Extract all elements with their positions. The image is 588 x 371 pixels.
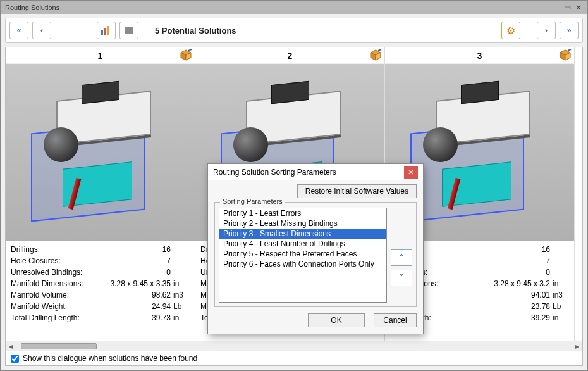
priority-item[interactable]: Priority 6 - Faces with Connection Ports… [219,259,386,269]
svg-line-15 [568,49,571,51]
sorting-parameters-group: Sorting Parameters Priority 1 - Least Er… [214,202,417,307]
priority-listbox[interactable]: Priority 1 - Least ErrorsPriority 2 - Le… [219,208,387,303]
stat-unit: in3 [553,289,569,301]
reorder-controls: ˄ ˅ [391,208,412,303]
scroll-thumb[interactable] [21,343,97,349]
first-button[interactable]: « [9,22,28,39]
chevron-down-icon: ˅ [400,274,403,282]
stop-button[interactable] [119,22,138,39]
dialog-titlebar[interactable]: Routing Solution Sorting Parameters ✕ [208,164,423,180]
stat-value: 98.62 [98,289,173,301]
dialog-body: Restore Initial Software Values Sorting … [208,180,423,310]
chevron-left-icon: ‹ [40,26,43,35]
priority-item[interactable]: Priority 1 - Least Errors [219,208,386,218]
svg-rect-0 [101,30,103,35]
show-dialog-label[interactable]: Show this dialogue when solutions have b… [23,354,197,363]
chevron-up-icon: ˄ [400,253,403,262]
stat-label: Hole Closures: [11,255,98,267]
model-viewport[interactable] [6,64,195,241]
dialog-title: Routing Solution Sorting Parameters [213,168,336,177]
stat-label: Unresolved Bindings: [11,267,98,278]
move-up-button[interactable]: ˄ [391,249,412,266]
stat-unit: in [553,312,569,324]
gear-icon: ⚙ [506,25,515,37]
scroll-right-icon[interactable]: ▸ [572,342,582,351]
stat-unit: in3 [173,289,190,301]
routing-solutions-window: Routing Solutions ▭ ✕ « ‹ 5 Potential So… [0,0,588,371]
maximize-icon[interactable]: ▭ [563,3,572,12]
solution-index: 2 [288,51,293,61]
stat-value: 0 [98,267,173,278]
double-chevron-right-icon: » [567,26,572,35]
stat-unit: in [173,312,190,324]
stat-value: 24.94 [98,301,173,312]
svg-rect-2 [107,26,109,35]
stat-label: Drillings: [11,244,98,255]
double-chevron-left-icon: « [17,26,21,35]
footer: Show this dialogue when solutions have b… [6,351,582,365]
solution-stats: Drillings:16Hole Closures:7Unresolved Bi… [6,241,195,326]
svg-rect-3 [125,27,133,34]
priority-item[interactable]: Priority 3 - Smallest Dimensions [219,229,386,239]
chart-button[interactable] [97,22,116,39]
close-icon[interactable]: ✕ [574,3,583,12]
next-button[interactable]: › [537,22,556,39]
priority-item[interactable]: Priority 5 - Respect the Preferred Faces [219,249,386,259]
stat-value: 0 [463,267,553,278]
stat-unit: in [553,278,569,289]
group-legend: Sorting Parameters [220,198,285,205]
stat-label: Manifold Volume: [11,289,98,301]
solution-index: 1 [98,51,103,61]
view-cube-icon[interactable] [559,49,572,61]
view-cube-icon[interactable] [180,49,192,61]
stat-label: Manifold Dimensions: [11,278,98,289]
dialog-footer: OK Cancel [208,310,423,334]
stat-value: 3.28 x 9.45 x 3.2 [463,278,553,289]
card-header: 1 [6,47,195,64]
solution-index: 3 [477,51,482,61]
show-dialog-checkbox[interactable] [11,355,19,363]
horizontal-scrollbar[interactable]: ◂ ▸ [6,341,582,351]
last-button[interactable]: » [560,22,579,39]
dialog-close-button[interactable]: ✕ [404,166,418,179]
priority-item[interactable]: Priority 2 - Least Missing Bindings [219,218,386,229]
stat-label: Total Drilling Length: [11,312,98,324]
stat-value: 94.01 [463,289,553,301]
prev-button[interactable]: ‹ [32,22,51,39]
stat-value: 7 [98,255,173,267]
stat-unit: Lb [173,301,190,312]
titlebar: Routing Solutions ▭ ✕ [1,1,587,14]
scroll-left-icon[interactable]: ◂ [6,342,16,351]
bar-chart-icon [101,25,112,35]
ok-button[interactable]: OK [308,313,365,327]
window-title: Routing Solutions [5,4,59,11]
toolbar-status: 5 Potential Solutions [155,26,236,35]
stat-value: 23.78 [463,301,553,312]
restore-defaults-button[interactable]: Restore Initial Software Values [297,184,417,198]
stat-value: 7 [463,255,553,267]
stop-icon [125,26,133,35]
sorting-parameters-dialog: Routing Solution Sorting Parameters ✕ Re… [207,163,424,334]
view-cube-icon[interactable] [369,49,382,61]
svg-rect-1 [104,28,106,35]
svg-line-7 [188,49,192,51]
svg-line-11 [378,49,381,51]
stat-label: Manifold Weight: [11,301,98,312]
stat-value: 16 [98,244,173,255]
toolbar: « ‹ 5 Potential Solutions ⚙ › » [5,18,583,43]
stat-value: 39.29 [463,312,553,324]
window-controls: ▭ ✕ [563,3,583,12]
card-header: 3 [385,47,574,64]
stat-value: 3.28 x 9.45 x 3.35 [98,278,173,289]
settings-button[interactable]: ⚙ [501,22,520,39]
stat-unit: in [173,278,190,289]
move-down-button[interactable]: ˅ [391,270,412,286]
priority-item[interactable]: Priority 4 - Least Number of Drillings [219,239,386,249]
chevron-right-icon: › [545,26,548,35]
cancel-button[interactable]: Cancel [374,313,417,327]
stat-value: 39.73 [98,312,173,324]
stat-unit: Lb [553,301,569,312]
stat-value: 16 [463,244,553,255]
card-header: 2 [195,47,384,64]
solution-card[interactable]: 1Drillings:16Hole Closures:7Unresolved B… [6,47,195,341]
